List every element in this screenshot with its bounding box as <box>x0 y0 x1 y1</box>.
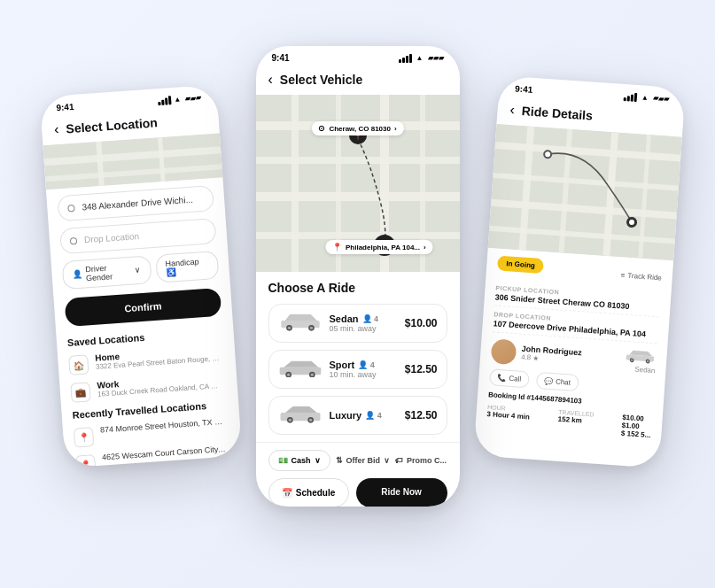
ride-sedan[interactable]: Sedan 👤 4 05 min. away $10.00 <box>268 304 447 343</box>
cash-label: Cash <box>291 456 311 465</box>
svg-point-25 <box>287 373 290 375</box>
price-val3: $ 152 5... <box>620 429 650 439</box>
back-arrow-center[interactable]: ‹ <box>268 72 273 88</box>
stat-hour: Hour 3 Hour 4 min <box>486 404 530 430</box>
track-icon: ≡ <box>620 271 625 279</box>
title-center: Select Vehicle <box>280 73 362 87</box>
hour-val: 3 Hour 4 min <box>486 410 530 421</box>
ride-now-label: Ride Now <box>381 487 422 497</box>
wifi-center: ▲ <box>416 54 424 62</box>
track-ride-btn[interactable]: ≡ Track Ride <box>620 271 662 282</box>
from-pin-text: Cheraw, CO 81030 <box>329 125 391 133</box>
svg-point-27 <box>310 373 313 375</box>
call-label: Call <box>509 375 521 383</box>
driver-avatar <box>490 338 517 365</box>
recent-1-addr: 874 Monroe Street Houston, TX 77047 <box>99 417 223 435</box>
right-content: In Going ≡ Track Ride PICKUP LOCATION 30… <box>474 248 672 447</box>
ride-luxury[interactable]: Luxury 👤 4 $12.50 <box>268 396 447 435</box>
sport-info: Sport 👤 4 10 min. away <box>330 360 398 379</box>
sedan-car-img <box>278 312 323 335</box>
wifi-right: ▲ <box>641 93 649 102</box>
driver-car: Sedan <box>623 347 657 375</box>
from-pin-chevron: › <box>394 125 397 133</box>
sedan-capacity-icon: 👤 4 <box>362 314 379 323</box>
luxury-name: Luxury 👤 4 <box>330 410 398 421</box>
back-arrow-right[interactable]: ‹ <box>509 102 515 118</box>
call-icon: 📞 <box>497 374 507 383</box>
chat-button[interactable]: 💬 Chat <box>535 372 579 391</box>
stat-travelled: Travelled 152 km <box>556 409 594 436</box>
svg-rect-28 <box>280 413 320 421</box>
driver-gender-btn[interactable]: 👤 Driver Gender ∨ <box>61 255 152 290</box>
to-pin-chevron: › <box>424 244 426 251</box>
pickup-input[interactable]: 348 Alexander Drive Wichi... <box>57 185 214 221</box>
sport-name: Sport 👤 4 <box>330 360 398 370</box>
call-button[interactable]: 📞 Call <box>488 368 529 388</box>
status-bar-center: 9:41 ▲ ▰▰▰ <box>256 46 460 66</box>
recent-1[interactable]: 📍 874 Monroe Street Houston, TX 77047 <box>73 416 229 447</box>
car-type-label: Sedan <box>634 366 656 375</box>
recent-2[interactable]: 📍 4625 Wescam Court Carson City, NV 897 <box>74 444 231 468</box>
sedan-info: Sedan 👤 4 05 min. away <box>330 313 398 333</box>
back-arrow-left[interactable]: ‹ <box>53 121 59 137</box>
signal-left <box>157 96 171 105</box>
sedan-name: Sedan 👤 4 <box>330 313 398 324</box>
battery-left: ▰▰▰ <box>184 94 201 103</box>
schedule-button[interactable]: 📅 Schedule <box>268 478 349 507</box>
offer-bid-button[interactable]: ⇅ Offer Bid ∨ <box>336 456 391 465</box>
track-label: Track Ride <box>627 272 662 282</box>
status-icons-left: ▲ ▰▰▰ <box>157 93 201 104</box>
drop-input[interactable]: Drop Location <box>59 218 217 254</box>
location-icon-1: 📍 <box>73 427 93 447</box>
signal-right <box>623 92 637 102</box>
choose-ride-section: Choose A Ride Sedan 👤 <box>256 272 460 435</box>
options-row: 👤 Driver Gender ∨ Handicap ♿ <box>61 251 219 290</box>
chat-icon: 💬 <box>543 377 553 386</box>
ride-now-button[interactable]: Ride Now <box>356 478 447 507</box>
to-pin-text: Philadelphia, PA 104... <box>346 244 420 251</box>
from-pin-icon: ⊙ <box>318 124 325 133</box>
phone-right: 9:41 ▲ ▰▰▰ ‹ Ride Details <box>473 75 685 468</box>
to-pin-icon: 📍 <box>332 243 342 251</box>
svg-point-32 <box>308 419 311 422</box>
calendar-icon: 📅 <box>282 488 292 498</box>
luxury-info: Luxury 👤 4 <box>330 410 398 421</box>
status-icons-center: ▲ ▰▰▰ <box>399 54 444 63</box>
promo-button[interactable]: 🏷 Promo C... <box>395 456 447 465</box>
map-svg-right <box>487 124 681 260</box>
confirm-button[interactable]: Confirm <box>64 288 221 327</box>
sedan-price: $10.00 <box>405 317 438 329</box>
payment-bar: 💵 Cash ∨ ⇅ Offer Bid ∨ 🏷 Promo C... <box>256 442 460 478</box>
saved-work[interactable]: 💼 Work 163 Duck Creek Road Oakland, CA 9… <box>70 372 227 403</box>
map-right <box>487 124 681 260</box>
cash-button[interactable]: 💵 Cash ∨ <box>268 450 330 471</box>
time-left: 9:41 <box>56 102 74 112</box>
svg-point-30 <box>288 419 291 422</box>
map-center: 📍 📍 ⊙ Cheraw, CO 81030 › 📍 Philadelphia,… <box>256 95 460 272</box>
battery-center: ▰▰▰ <box>428 54 444 62</box>
time-right: 9:41 <box>514 83 532 94</box>
sport-price: $12.50 <box>405 363 438 375</box>
person-icon: 👤 <box>72 270 82 280</box>
svg-point-20 <box>287 327 290 329</box>
handicap-label: Handicap ♿ <box>165 257 209 277</box>
saved-home[interactable]: 🏠 Home 3322 Eva Pearl Street Baton Rouge… <box>68 344 225 375</box>
handicap-btn[interactable]: Handicap ♿ <box>154 251 218 283</box>
driver-info: John Rodriguez 4.8 ★ <box>520 344 581 366</box>
ride-sport[interactable]: Sport 👤 4 10 min. away $12.50 <box>268 350 447 389</box>
luxury-price: $12.50 <box>405 409 438 422</box>
driver-gender-label: Driver Gender <box>84 262 131 283</box>
status-icons-right: ▲ ▰▰▰ <box>623 92 668 104</box>
location-icon-2: 📍 <box>74 454 95 468</box>
cash-chevron: ∨ <box>315 456 321 465</box>
svg-rect-7 <box>256 157 460 164</box>
sedan-time: 05 min. away <box>330 324 398 333</box>
driver-row: John Rodriguez 4.8 ★ Sedan <box>490 337 657 375</box>
sport-time: 10 min. away <box>330 370 398 379</box>
action-buttons: 📅 Schedule Ride Now <box>256 478 460 507</box>
choose-ride-title: Choose A Ride <box>268 281 447 295</box>
luxury-capacity-icon: 👤 4 <box>365 411 382 420</box>
svg-rect-10 <box>291 95 299 272</box>
phone-left: 9:41 ▲ ▰▰▰ ‹ Select Location <box>39 85 242 468</box>
drop-placeholder: Drop Location <box>83 231 139 244</box>
